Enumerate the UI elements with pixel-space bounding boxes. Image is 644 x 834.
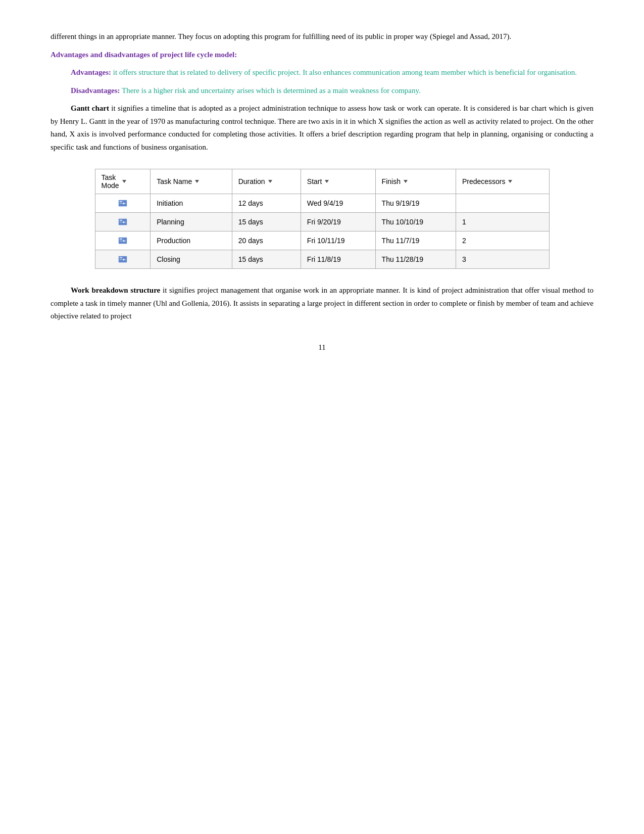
svg-rect-10 — [119, 257, 122, 258]
duration-cell: 12 days — [232, 194, 301, 213]
predecessors-cell: 3 — [456, 250, 549, 269]
svg-rect-5 — [119, 222, 126, 222]
start-cell: Fri 11/8/19 — [301, 250, 375, 269]
table-row: Closing15 daysFri 11/8/19Thu 11/28/193 — [95, 250, 549, 269]
predecessors-cell: 1 — [456, 213, 549, 231]
duration-cell: 15 days — [232, 250, 301, 269]
sort-arrow-duration[interactable] — [268, 180, 272, 183]
wbs-para: Work breakdown structure it signifies pr… — [51, 284, 593, 323]
svg-rect-4 — [119, 219, 122, 221]
svg-rect-11 — [119, 259, 126, 260]
predecessors-cell: 2 — [456, 231, 549, 250]
th-duration-label: Duration — [238, 177, 265, 186]
advantages-label: Advantages: — [71, 68, 111, 76]
svg-rect-8 — [119, 241, 126, 241]
disadvantages-para: Disadvantages: There is a higher risk an… — [51, 84, 593, 98]
gantt-text: it signifies a timeline that is adopted … — [51, 104, 593, 151]
sort-arrow-task-mode[interactable] — [122, 180, 126, 183]
th-predecessors: Predecessors — [456, 169, 549, 194]
th-task-mode-label: TaskMode — [102, 173, 119, 190]
finish-cell: Thu 11/7/19 — [375, 231, 456, 250]
task-mode-cell — [95, 231, 151, 250]
gantt-para: Gantt chart it signifies a timeline that… — [51, 102, 593, 154]
finish-cell: Thu 10/10/19 — [375, 213, 456, 231]
finish-cell: Thu 9/19/19 — [375, 194, 456, 213]
sort-arrow-start[interactable] — [325, 180, 329, 183]
heading1-text: Advantages and disadvantages of project … — [51, 51, 237, 59]
task-name-cell: Closing — [151, 250, 232, 269]
duration-cell: 15 days — [232, 213, 301, 231]
svg-rect-7 — [119, 238, 122, 240]
page-number: 11 — [51, 343, 593, 352]
th-start-label: Start — [307, 177, 322, 186]
task-mode-cell — [95, 213, 151, 231]
disadvantages-text: There is a higher risk and uncertainty a… — [120, 86, 421, 95]
svg-rect-1 — [119, 201, 122, 202]
start-cell: Fri 10/11/19 — [301, 231, 375, 250]
task-mode-icon — [118, 236, 128, 246]
task-mode-icon — [118, 198, 128, 208]
task-name-cell: Initiation — [151, 194, 232, 213]
th-start: Start — [301, 169, 375, 194]
task-mode-cell — [95, 194, 151, 213]
sort-arrow-finish[interactable] — [404, 180, 408, 183]
th-duration: Duration — [232, 169, 301, 194]
gantt-label: Gantt chart — [71, 104, 109, 112]
th-predecessors-label: Predecessors — [462, 177, 506, 186]
start-cell: Fri 9/20/19 — [301, 213, 375, 231]
th-task-mode: TaskMode — [95, 169, 151, 194]
sort-arrow-predecessors[interactable] — [508, 180, 512, 183]
start-cell: Wed 9/4/19 — [301, 194, 375, 213]
page-content: different things in an appropriate manne… — [51, 30, 593, 352]
disadvantages-label: Disadvantages: — [71, 86, 120, 95]
task-name-cell: Production — [151, 231, 232, 250]
sort-arrow-task-name[interactable] — [195, 180, 199, 183]
th-finish-label: Finish — [382, 177, 401, 186]
predecessors-cell — [456, 194, 549, 213]
table-row: Initiation12 daysWed 9/4/19Thu 9/19/19 — [95, 194, 549, 213]
gantt-table: TaskMode Task Name Duration — [95, 169, 550, 269]
duration-cell: 20 days — [232, 231, 301, 250]
task-mode-cell — [95, 250, 151, 269]
svg-rect-2 — [119, 203, 126, 204]
finish-cell: Thu 11/28/19 — [375, 250, 456, 269]
para1: different things in an appropriate manne… — [51, 30, 593, 43]
gantt-table-wrapper: TaskMode Task Name Duration — [95, 169, 550, 269]
table-row: Planning15 daysFri 9/20/19Thu 10/10/191 — [95, 213, 549, 231]
th-task-name-label: Task Name — [157, 177, 192, 186]
table-row: Production20 daysFri 10/11/19Thu 11/7/19… — [95, 231, 549, 250]
advantages-para: Advantages: it offers structure that is … — [51, 66, 593, 79]
task-mode-icon — [118, 217, 128, 227]
heading1: Advantages and disadvantages of project … — [51, 49, 593, 62]
advantages-text: it offers structure that is related to d… — [111, 68, 577, 76]
th-task-name: Task Name — [151, 169, 232, 194]
task-name-cell: Planning — [151, 213, 232, 231]
wbs-label: Work breakdown structure — [71, 286, 160, 294]
task-mode-icon — [118, 254, 128, 264]
th-finish: Finish — [375, 169, 456, 194]
